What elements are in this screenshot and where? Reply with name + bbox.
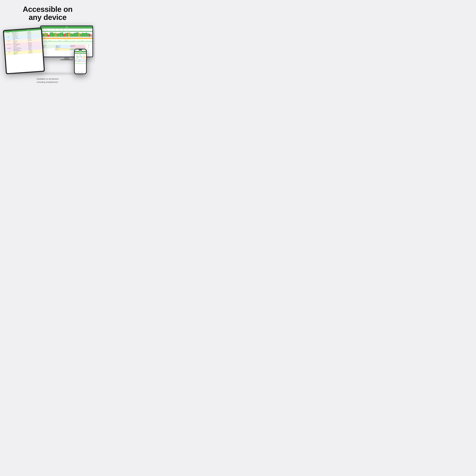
date-num: 23 <box>79 37 80 37</box>
footer-line1: Available on all devices <box>37 77 59 81</box>
phone-date: 14 <box>85 53 86 54</box>
list-item: Miss on sunday <box>56 50 70 50</box>
phone-cell: Fitness <box>75 59 79 60</box>
monitor-month-header: July <box>41 26 92 28</box>
date-num: 20 <box>73 37 75 37</box>
phone-date: 7 <box>85 53 86 53</box>
date-num: 21 <box>75 37 77 37</box>
date-num: 29 <box>89 37 91 37</box>
phone-date: 13 <box>83 53 84 54</box>
phone-date: 1 <box>75 53 76 53</box>
line-chart <box>41 40 92 45</box>
tab-goals[interactable]: 🎯 Goals <box>78 72 79 73</box>
tab-add[interactable]: + + <box>85 72 85 73</box>
list-item: Attend math class <box>41 46 55 47</box>
phone-line-chart <box>75 62 86 65</box>
phone-cell: Finance <box>75 60 79 61</box>
date-num: 2 <box>43 37 44 37</box>
bar <box>90 34 92 37</box>
day-label: Tue <box>53 29 57 29</box>
date-num: 12 <box>60 37 61 37</box>
bar <box>46 33 48 37</box>
streak-label-max: Max <box>85 47 92 47</box>
date-num: 10 <box>56 37 58 37</box>
donut-chart-2 <box>79 56 82 59</box>
date-num: 26 <box>84 37 85 37</box>
check: ✓✓✓... <box>70 29 92 30</box>
checkmarks-row: ✓ ✓ ✓ ✓ ✓ ✗ ✓ ✓✓✓... <box>41 29 92 30</box>
date-num: 5 <box>48 37 49 37</box>
pct-cell: 89% <box>45 30 49 31</box>
date-num: 22 <box>77 37 79 37</box>
day-label: Wed <box>57 29 61 29</box>
phone-date: 9 <box>76 53 78 54</box>
bar <box>72 34 73 37</box>
header: Accessible on any device <box>20 0 75 24</box>
bar <box>43 34 45 37</box>
svg-point-5 <box>83 56 85 58</box>
streak-label-current: Current <box>85 46 92 46</box>
phone-month-header: July <box>75 51 86 52</box>
area-spacer <box>6 54 14 55</box>
bar <box>53 33 55 37</box>
donut-chart-1 <box>76 56 79 59</box>
bar-chart <box>41 32 92 37</box>
date-num: 18 <box>70 37 72 37</box>
pct-cell: 80% <box>53 30 57 31</box>
tab-goals-icon: 🎯 <box>78 72 79 73</box>
bar <box>89 34 90 37</box>
bar <box>65 33 67 37</box>
list-item: Meal plan <box>41 46 55 46</box>
bar <box>45 33 46 37</box>
phone-date: 3 <box>78 53 80 53</box>
bar <box>87 33 89 37</box>
date-num: 30 <box>91 37 92 37</box>
date-num: 11 <box>58 37 60 37</box>
headline: Accessible on any device <box>23 5 72 21</box>
phone-date: 12 <box>81 53 83 54</box>
weekly-col-title: General Weekly Goals <box>71 45 85 46</box>
prize-icon: ⭐ <box>67 39 68 40</box>
bar <box>73 33 75 37</box>
date-num: 6 <box>49 37 51 37</box>
date-num: 15 <box>65 37 67 37</box>
phone-calendar: SMTWTFS 1 2 3 4 5 6 7 8 9 10 11 12 <box>75 52 86 54</box>
streak-current: 7 <box>85 46 92 47</box>
phone-date: 10 <box>78 53 80 54</box>
phone-date: 5 <box>81 53 83 53</box>
weekly-col-title: General Weekly Goals <box>56 45 70 46</box>
bar <box>75 33 77 37</box>
phone-table: Fitness Gain 10 pounds... Finance Save $… <box>75 59 86 62</box>
tab-template-icon: 📅 <box>81 72 84 73</box>
bar <box>50 33 51 37</box>
bar <box>70 33 72 37</box>
bar <box>82 33 84 37</box>
phone-percentage: 87.1% <box>75 54 86 55</box>
phone-date-grid: 1 2 3 4 5 6 7 8 9 10 11 12 13 14 <box>75 53 86 54</box>
date-num: 9 <box>55 37 56 37</box>
bar <box>51 32 53 37</box>
tab-stats-label: Stats <box>75 73 76 73</box>
day-label: Fri <box>66 29 70 29</box>
phone-spreadsheet: July SMTWTFS 1 2 3 4 5 6 7 8 <box>75 51 86 73</box>
phone-cell: Save $500... <box>79 60 86 61</box>
monitor-base <box>60 59 73 60</box>
bar <box>55 33 56 37</box>
weekly-col: General Weekly Goals Meal plan Plan pant… <box>56 45 70 48</box>
daily-donor-label: Daily Donor % <box>41 31 92 32</box>
check: ✓ <box>53 29 57 30</box>
tab-stats[interactable]: 📊 Stats <box>75 72 76 73</box>
date-num: 14 <box>63 37 65 37</box>
date-num: 7 <box>51 37 53 37</box>
tab-month-template[interactable]: 📅 Month Template <box>81 72 84 73</box>
list-item: Go out to Kaitos <box>41 47 55 47</box>
ipad-spreadsheet: Area Goals Daily N... Fitness Gain 10 po… <box>4 28 44 73</box>
pct-cell: 40% <box>61 30 66 31</box>
prizes-row: ⭐ ⭐ ⭐ ⭐ ⭐ ⭐ <box>41 39 92 40</box>
list-item: Pay off credit card debt <box>56 47 70 47</box>
day-label: Thu <box>61 29 66 29</box>
phone-cell: Gain 10 pounds... <box>79 59 86 60</box>
date-num: 4 <box>46 37 48 37</box>
check: ✓ <box>57 29 61 30</box>
check: ✓ <box>45 29 49 30</box>
